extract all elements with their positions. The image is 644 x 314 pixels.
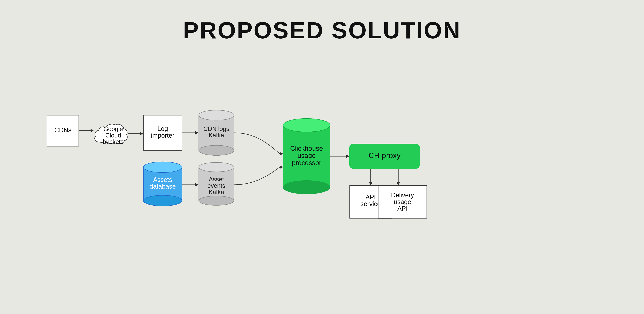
asset-kafka-label1: Asset — [209, 176, 224, 183]
svg-point-7 — [199, 196, 234, 205]
clickhouse-label1: Clickhouse — [290, 145, 323, 152]
clickhouse-cylinder: Clickhouse usage processor — [283, 118, 330, 194]
arrowhead-cdns-cloud — [90, 129, 94, 132]
cdn-kafka-label1: CDN logs — [204, 126, 229, 132]
cloud-label-line2: Cloud — [105, 132, 121, 139]
ch-proxy-label: CH proxy — [368, 151, 401, 160]
assets-database-cylinder: Assets database — [144, 162, 182, 206]
cloud-label-line3: buckets — [103, 138, 124, 145]
svg-point-2 — [199, 110, 234, 120]
clickhouse-label3: processor — [292, 159, 321, 166]
diagram-area: CDNs Google Cloud buckets Log importer — [20, 64, 624, 232]
svg-point-8 — [199, 162, 234, 172]
diagram-svg: CDNs Google Cloud buckets Log importer — [37, 64, 607, 232]
cdn-logs-kafka-cylinder: CDN logs Kafka — [199, 110, 234, 156]
page-title: PROPOSED SOLUTION — [183, 17, 461, 44]
svg-point-4 — [144, 195, 182, 206]
cloud-label-line1: Google — [104, 126, 123, 132]
arrow-asset-kafka-clickhouse — [234, 167, 280, 185]
svg-point-10 — [283, 180, 330, 194]
svg-point-5 — [144, 162, 182, 172]
arrowhead-proxy-delivery — [397, 182, 400, 186]
arrowhead-log-kafka — [196, 131, 198, 134]
clickhouse-label2: usage — [298, 152, 316, 159]
log-importer-label2: importer — [151, 132, 174, 139]
arrowhead-proxy-api — [369, 182, 372, 186]
arrowhead-assets-kafka — [196, 183, 198, 186]
delivery-api-label3: API — [397, 205, 408, 212]
arrowhead-clickhouse-proxy — [346, 154, 349, 158]
delivery-api-label1: Delivery — [391, 192, 414, 199]
svg-point-1 — [199, 145, 234, 156]
api-service-label2: service — [360, 200, 381, 208]
arrow-cdn-kafka-clickhouse — [234, 133, 280, 154]
cdn-kafka-label2: Kafka — [209, 132, 224, 139]
api-service-label1: API — [366, 194, 376, 201]
asset-events-kafka-cylinder: Asset events Kafka — [199, 162, 234, 205]
arrowhead-kafka-clickhouse-bot — [280, 166, 283, 169]
arrowhead-cloud-log — [140, 132, 143, 135]
cloud-shape: Google Cloud buckets — [94, 124, 127, 145]
svg-point-11 — [283, 118, 330, 132]
log-importer-label1: Log — [157, 125, 168, 132]
assets-db-label1: Assets — [153, 176, 172, 183]
asset-kafka-label3: Kafka — [209, 188, 224, 196]
arrowhead-kafka-clickhouse-top — [280, 152, 283, 156]
asset-kafka-label2: events — [208, 182, 225, 189]
assets-db-label2: database — [150, 183, 176, 190]
cdns-label: CDNs — [54, 126, 71, 134]
delivery-api-label2: usage — [394, 198, 411, 205]
